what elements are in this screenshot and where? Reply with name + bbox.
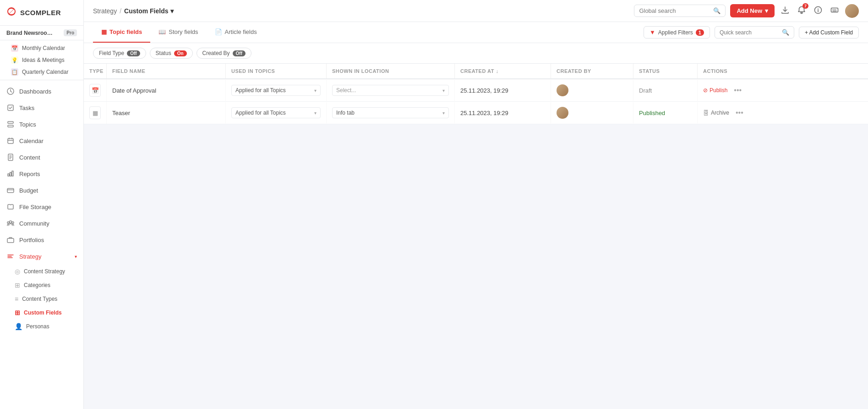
download-button[interactable]: [779, 4, 791, 18]
topic-fields-icon: ▦: [101, 28, 107, 35]
add-new-button[interactable]: Add New ▾: [730, 4, 775, 17]
funnel-icon: ▼: [650, 29, 655, 36]
sidebar-child-categories[interactable]: ⊞ Categories: [0, 278, 83, 292]
actions-cell-1: ⊘ Publish •••: [703, 85, 744, 95]
svg-point-9: [12, 222, 14, 224]
sidebar-sub-item-monthly[interactable]: 📅 Monthly Calendar: [0, 42, 83, 54]
td-status-1: Draft: [633, 80, 698, 101]
reports-icon: [6, 170, 15, 178]
personas-icon: 👤: [15, 323, 22, 330]
svg-rect-6: [7, 188, 14, 193]
creator-avatar-2: [557, 107, 568, 119]
workspace-row[interactable]: Brand Newsroom De... Pro: [0, 26, 83, 40]
avatar-image: [845, 4, 859, 18]
user-avatar[interactable]: [845, 4, 859, 18]
archive-icon-2: 🗄: [703, 110, 709, 116]
global-search-input[interactable]: [639, 7, 710, 14]
dropdown-arrow-1: ▾: [314, 88, 317, 93]
topbar-actions: 🔍 Add New ▾ 7: [634, 4, 859, 18]
add-custom-field-button[interactable]: + Add Custom Field: [799, 27, 859, 39]
filters-bar: Field Type Off Status On Created By Off: [84, 43, 868, 64]
td-shown-location-2[interactable]: Info tab ▾: [327, 102, 455, 123]
th-created-at[interactable]: CREATED AT ↓: [455, 64, 551, 78]
sidebar-child-custom-fields[interactable]: ⊞ Custom Fields: [0, 306, 83, 320]
sidebar-child-content-types[interactable]: ≡ Content Types: [0, 292, 83, 306]
add-new-chevron: ▾: [765, 7, 768, 14]
location-select-1[interactable]: Select... ▾: [332, 85, 449, 96]
custom-fields-icon: ⊞: [15, 309, 20, 316]
filter-chips: Field Type Off Status On Created By Off: [93, 48, 251, 59]
filter-chip-created-by[interactable]: Created By Off: [197, 48, 251, 59]
td-created-by-1: [551, 80, 633, 101]
info-button[interactable]: [812, 4, 824, 18]
breadcrumb-separator: /: [120, 7, 121, 15]
sidebar-item-dashboards[interactable]: Dashboards: [0, 83, 83, 99]
svg-point-8: [7, 222, 9, 224]
sidebar-item-reports[interactable]: Reports: [0, 166, 83, 182]
breadcrumb: Strategy / Custom Fields ▾: [93, 7, 628, 15]
tab-topic-fields[interactable]: ▦ Topic fields: [93, 22, 150, 43]
more-button-2[interactable]: •••: [733, 108, 746, 118]
filter-count-badge: 1: [696, 29, 704, 36]
filter-chip-status[interactable]: Status On: [150, 48, 193, 59]
publish-icon-1: ⊘: [703, 87, 708, 94]
table-header: TYPE FIELD NAME USED IN TOPICS SHOWN IN …: [84, 64, 868, 79]
categories-icon: ⊞: [15, 282, 20, 289]
filter-chip-field-type[interactable]: Field Type Off: [93, 48, 146, 59]
td-created-by-2: [551, 102, 633, 123]
file-storage-icon: [6, 203, 15, 211]
sidebar-child-personas[interactable]: 👤 Personas: [0, 320, 83, 333]
more-button-1[interactable]: •••: [731, 85, 744, 95]
dropdown-arrow-2: ▾: [314, 111, 317, 116]
workspace-name: Brand Newsroom De...: [6, 30, 57, 36]
sidebar-child-content-strategy[interactable]: ◎ Content Strategy: [0, 265, 83, 278]
td-status-2: Published: [633, 102, 698, 123]
sidebar-sub-item-ideas[interactable]: 💡 Ideas & Meetings: [0, 54, 83, 66]
portfolios-icon: [6, 236, 15, 244]
publish-button-1[interactable]: ⊘ Publish: [703, 87, 727, 94]
sidebar-item-file-storage[interactable]: File Storage: [0, 199, 83, 215]
th-type: TYPE: [84, 64, 107, 78]
applied-filters-button[interactable]: ▼ Applied Filters 1: [644, 26, 710, 39]
actions-cell-2: 🗄 Archive •••: [703, 108, 746, 118]
archive-button-2[interactable]: 🗄 Archive: [703, 110, 729, 116]
sidebar-sub-label: Monthly Calendar: [22, 45, 65, 51]
sidebar-item-community[interactable]: Community: [0, 215, 83, 232]
tab-story-fields[interactable]: 📖 Story fields: [150, 22, 206, 43]
content-header: ▦ Topic fields 📖 Story fields 📄 Article …: [84, 22, 868, 43]
sidebar-item-topics[interactable]: Topics: [0, 116, 83, 133]
type-icon-1: 📅: [89, 84, 101, 97]
tab-article-fields[interactable]: 📄 Article fields: [207, 22, 265, 43]
dropdown-arrow-loc-2: ▾: [442, 111, 445, 116]
svg-point-7: [10, 221, 12, 223]
td-used-in-topics-2[interactable]: Applied for all Topics ▾: [226, 102, 327, 123]
td-actions-1: ⊘ Publish •••: [698, 80, 753, 101]
sidebar-item-tasks[interactable]: Tasks: [0, 99, 83, 116]
quick-search-box[interactable]: 🔍: [715, 26, 794, 39]
sidebar-sub-item-quarterly[interactable]: 📋 Quarterly Calendar: [0, 66, 83, 78]
budget-icon: [6, 186, 15, 194]
td-field-name-2: Teaser: [107, 102, 226, 123]
table-row: ▦ Teaser Applied for all Topics ▾ Info t…: [84, 102, 868, 124]
svg-rect-10: [7, 238, 14, 243]
sidebar-item-calendar[interactable]: Calendar: [0, 133, 83, 149]
filter-actions: ▼ Applied Filters 1 🔍 + Add Custom Field: [644, 22, 859, 42]
location-select-2[interactable]: Info tab ▾: [332, 107, 449, 118]
keyboard-button[interactable]: [829, 4, 841, 18]
quick-search-input[interactable]: [720, 29, 779, 36]
td-used-in-topics-1[interactable]: Applied for all Topics ▾: [226, 80, 327, 101]
td-created-at-1: 25.11.2023, 19:29: [455, 80, 551, 101]
sidebar-item-content[interactable]: Content: [0, 149, 83, 166]
sidebar-item-budget[interactable]: Budget: [0, 182, 83, 199]
sidebar-item-portfolios[interactable]: Portfolios: [0, 232, 83, 248]
dropdown-arrow[interactable]: ▾: [170, 7, 174, 15]
tabs-row: ▦ Topic fields 📖 Story fields 📄 Article …: [93, 22, 859, 43]
notifications-button[interactable]: 7: [796, 4, 808, 18]
td-shown-location-1[interactable]: Select... ▾: [327, 80, 455, 101]
global-search-box[interactable]: 🔍: [634, 5, 726, 17]
used-in-topics-select-2[interactable]: Applied for all Topics ▾: [231, 107, 321, 118]
used-in-topics-select-1[interactable]: Applied for all Topics ▾: [231, 85, 321, 96]
svg-rect-12: [831, 8, 838, 12]
content-icon: [6, 153, 15, 161]
sidebar-item-strategy[interactable]: Strategy ▾: [0, 248, 83, 265]
